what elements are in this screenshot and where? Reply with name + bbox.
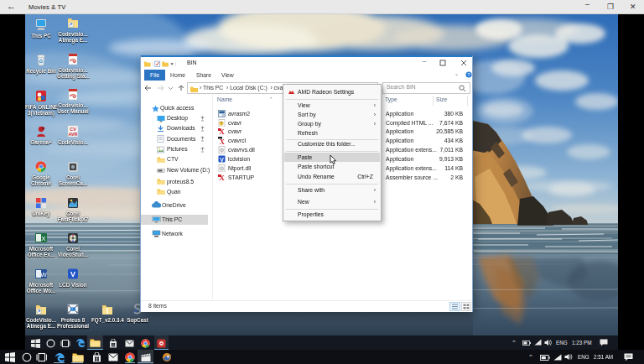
svg-text:X: X [41,235,46,242]
svg-text:V: V [220,156,224,162]
svg-text:W: W [40,271,47,278]
svg-text:♻: ♻ [39,59,43,64]
svg-text:V: V [70,270,75,278]
svg-text:AVR: AVR [68,132,77,137]
svg-text:?: ? [467,72,470,77]
svg-text:X: X [220,138,225,145]
svg-text:?: ? [221,121,223,126]
